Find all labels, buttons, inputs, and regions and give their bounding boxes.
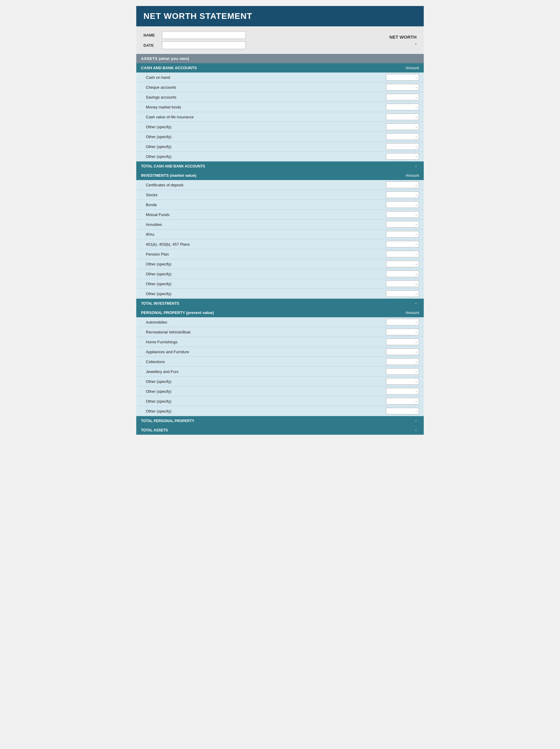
total-label-investments: TOTAL INVESTMENTS xyxy=(141,301,179,305)
row-value[interactable]: - xyxy=(386,358,419,365)
table-row: Automobiles - xyxy=(136,317,424,327)
row-label: Other (specify) xyxy=(146,262,386,266)
row-label: Jewellery and Furs xyxy=(146,369,386,374)
row-label: Other (specify) xyxy=(146,134,386,139)
assets-header: ASSETS (what you own) xyxy=(136,54,424,63)
row-label: Cash value of life insurance xyxy=(146,115,386,119)
section-title-cash_bank: CASH AND BANK ACCOUNTS xyxy=(141,66,197,70)
table-row: Collections - xyxy=(136,357,424,367)
row-label: Other (specify) xyxy=(146,389,386,394)
page: NET WORTH STATEMENT NAME DATE NET WORTH … xyxy=(136,6,424,435)
table-row: Money market funds - xyxy=(136,102,424,112)
row-label: Other (specify) xyxy=(146,144,386,149)
total-label-personal_property: TOTAL PERSONAL PROPERTY xyxy=(141,419,194,423)
table-row: Stocks - xyxy=(136,190,424,200)
row-value[interactable]: - xyxy=(386,368,419,375)
table-row: Savings accounts - xyxy=(136,92,424,102)
total-value-personal_property: - xyxy=(389,419,419,423)
table-row: Other (specify) - xyxy=(136,386,424,397)
row-value[interactable]: - xyxy=(386,241,419,248)
date-label: DATE xyxy=(143,43,158,48)
total-assets-value: - xyxy=(389,428,419,432)
row-value[interactable]: - xyxy=(386,191,419,198)
row-value[interactable]: - xyxy=(386,201,419,208)
table-row: Mutual Funds - xyxy=(136,210,424,220)
row-value[interactable]: - xyxy=(386,153,419,160)
row-label: Other (specify) xyxy=(146,154,386,159)
row-value[interactable]: - xyxy=(386,251,419,257)
name-date-block: NAME DATE xyxy=(143,31,246,49)
row-label: Annuities xyxy=(146,222,386,227)
total-assets-label: TOTAL ASSETS xyxy=(141,428,168,432)
sections-container: CASH AND BANK ACCOUNTSAmount Cash on han… xyxy=(136,63,424,425)
row-value[interactable]: - xyxy=(386,133,419,140)
row-label: Pension Plan xyxy=(146,252,386,256)
row-label: Cheque accounts xyxy=(146,85,386,90)
row-value[interactable]: - xyxy=(386,143,419,150)
row-label: Certificates of deposit xyxy=(146,183,386,187)
row-value[interactable]: - xyxy=(386,124,419,130)
section-title-investments: INVESTMENTS (market value) xyxy=(141,173,196,178)
row-value[interactable]: - xyxy=(386,113,419,120)
row-value[interactable]: - xyxy=(386,271,419,277)
row-label: Bonds xyxy=(146,202,386,207)
row-label: Automobiles xyxy=(146,320,386,324)
row-value[interactable]: - xyxy=(386,339,419,345)
row-value[interactable]: - xyxy=(386,329,419,335)
table-row: 401(k), 403(b), 457 Plans - xyxy=(136,239,424,249)
row-label: Home Furnishings xyxy=(146,340,386,344)
name-label: NAME xyxy=(143,33,158,38)
row-value[interactable]: - xyxy=(386,378,419,385)
table-row: Other (specify) - xyxy=(136,397,424,406)
table-row: Other (specify) - xyxy=(136,279,424,289)
total-assets-row: TOTAL ASSETS - xyxy=(136,425,424,435)
table-row: Bonds - xyxy=(136,200,424,210)
table-row: Jewellery and Furs - xyxy=(136,367,424,377)
table-row: Pension Plan - xyxy=(136,249,424,259)
row-label: Other (specify) xyxy=(146,379,386,384)
row-value[interactable]: - xyxy=(386,104,419,110)
row-label: Recreational Vehicle/Boat xyxy=(146,330,386,334)
row-value[interactable]: - xyxy=(386,398,419,404)
row-value[interactable]: - xyxy=(386,74,419,81)
row-label: Collections xyxy=(146,360,386,364)
amount-label-investments: Amount xyxy=(405,173,419,178)
row-value[interactable]: - xyxy=(386,319,419,325)
net-worth-block: NET WORTH - xyxy=(389,35,417,46)
name-row: NAME xyxy=(143,31,246,39)
table-row: Certificates of deposit - xyxy=(136,180,424,190)
row-label: Other (specify) xyxy=(146,272,386,276)
row-value[interactable]: - xyxy=(386,84,419,90)
row-label: 401(k), 403(b), 457 Plans xyxy=(146,242,386,247)
row-label: Other (specify) xyxy=(146,292,386,296)
total-value-cash_bank: - xyxy=(389,164,419,168)
table-row: Other (specify) - xyxy=(136,377,424,386)
row-value[interactable]: - xyxy=(386,231,419,238)
row-label: Cash on hand xyxy=(146,75,386,80)
row-value[interactable]: - xyxy=(386,388,419,394)
total-value-investments: - xyxy=(389,301,419,305)
row-value[interactable]: - xyxy=(386,408,419,414)
total-label-cash_bank: TOTAL CASH AND BANK ACCOUNTS xyxy=(141,164,205,168)
name-input[interactable] xyxy=(162,31,246,39)
table-row: Other (specify) - xyxy=(136,122,424,132)
row-label: Appliances and Furniture xyxy=(146,350,386,354)
row-value[interactable]: - xyxy=(386,211,419,218)
row-label: Money market funds xyxy=(146,105,386,109)
row-value[interactable]: - xyxy=(386,261,419,267)
row-value[interactable]: - xyxy=(386,94,419,100)
row-value[interactable]: - xyxy=(386,181,419,188)
date-input[interactable] xyxy=(162,41,246,49)
table-row: Other (specify) - xyxy=(136,289,424,299)
row-value[interactable]: - xyxy=(386,221,419,228)
table-row: Cash on hand - xyxy=(136,72,424,82)
amount-label-personal_property: Amount xyxy=(405,311,419,315)
total-row-personal_property: TOTAL PERSONAL PROPERTY- xyxy=(136,416,424,425)
row-value[interactable]: - xyxy=(386,348,419,355)
amount-label-cash_bank: Amount xyxy=(405,66,419,70)
total-row-cash_bank: TOTAL CASH AND BANK ACCOUNTS- xyxy=(136,162,424,171)
row-label: Other (specify) xyxy=(146,282,386,286)
row-value[interactable]: - xyxy=(386,290,419,297)
row-value[interactable]: - xyxy=(386,280,419,287)
net-worth-value: - xyxy=(415,41,417,46)
